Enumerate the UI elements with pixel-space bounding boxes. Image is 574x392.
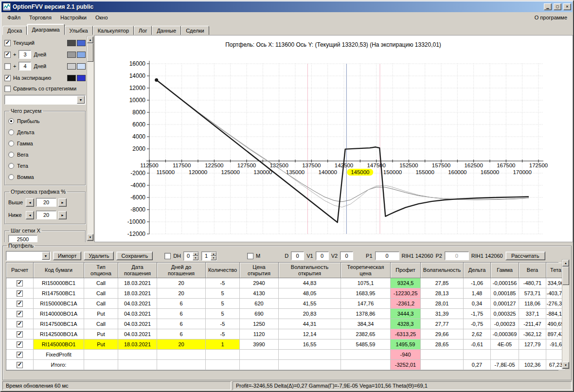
cell-open-volatility[interactable]: 44,83	[279, 278, 341, 288]
cell-days-to-expiry[interactable]: 6	[157, 299, 206, 309]
column-header[interactable]: Волатильность	[421, 263, 464, 278]
cell-quantity[interactable]: -5	[206, 329, 240, 339]
scrollbar-thumb[interactable]	[562, 267, 569, 285]
cell-days-to-expiry[interactable]: 6	[157, 319, 206, 329]
cell-code[interactable]: RI147500BC1A	[34, 319, 84, 329]
radio-icon[interactable]	[8, 129, 14, 135]
cell-delta[interactable]: 1,48	[464, 288, 491, 299]
plus3-days-input[interactable]	[18, 50, 31, 59]
cell-theo-price[interactable]: 1075,1	[341, 278, 391, 288]
cell-expiry-date[interactable]: 04.03.2021	[118, 319, 157, 329]
row-checkbox[interactable]	[17, 341, 23, 348]
tab-diagram[interactable]: Диаграмма	[27, 24, 64, 35]
column-header[interactable]: Вега	[519, 263, 546, 278]
menu-item-about[interactable]: О программе	[531, 13, 571, 22]
m-checkbox[interactable]	[247, 253, 253, 259]
dh-spin-2-value[interactable]	[202, 252, 211, 260]
cell-quantity[interactable]: 5	[206, 299, 240, 309]
import-button[interactable]: Импорт	[53, 251, 81, 260]
chevron-down-icon[interactable]: ▼	[42, 252, 50, 260]
cell-expiry-date[interactable]: 04.03.2021	[118, 329, 157, 339]
row-checkbox[interactable]	[17, 352, 23, 358]
cell-open-price[interactable]: 1250	[240, 319, 279, 329]
cell-volatility[interactable]: 27,77	[421, 319, 464, 329]
cell-quantity[interactable]: -5	[206, 319, 240, 329]
cell-open-volatility[interactable]: 44,31	[279, 319, 341, 329]
cell-type[interactable]: Put	[84, 329, 118, 339]
cell-theo-price[interactable]: 147,76	[341, 299, 391, 309]
column-header[interactable]: Количество	[206, 263, 240, 278]
cell-open-price[interactable]: 4130	[240, 288, 279, 299]
cell-open-price[interactable]: 620	[240, 299, 279, 309]
column-header[interactable]: Цена открытия	[240, 263, 279, 278]
spin-up-icon[interactable]: ▲	[193, 252, 198, 256]
table-scrollbar[interactable]: ▲ ▼	[562, 259, 570, 369]
d-input[interactable]	[291, 251, 304, 260]
cell-days-to-expiry[interactable]	[157, 350, 206, 360]
plus4-color-1[interactable]	[67, 63, 76, 70]
row-calc-cell[interactable]	[6, 309, 34, 319]
scrollbar-track[interactable]	[562, 267, 569, 362]
cell-expiry-date[interactable]: 04.03.2021	[118, 309, 157, 319]
cell-volatility[interactable]: 29,66	[421, 329, 464, 339]
cell-volatility[interactable]: 28,01	[421, 299, 464, 309]
cell-open-volatility[interactable]: 16,55	[279, 339, 341, 350]
row-calc-cell[interactable]	[6, 339, 34, 350]
row-checkbox[interactable]	[17, 362, 23, 368]
chevron-down-icon[interactable]: ▼	[77, 96, 85, 104]
cell-open-price[interactable]: 2940	[240, 278, 279, 288]
cell-vega[interactable]: 127,79	[519, 339, 546, 350]
tab-calculator[interactable]: Калькулятор	[93, 26, 134, 35]
column-header[interactable]: Расчет	[6, 263, 34, 278]
cell-volatility[interactable]: 27,85	[421, 278, 464, 288]
cell-quantity[interactable]: -5	[206, 278, 240, 288]
plus4-checkbox[interactable]	[4, 63, 11, 70]
cell-code[interactable]: RI150000BC1	[34, 278, 84, 288]
decrease-button[interactable]: ◄	[26, 211, 34, 219]
scrollbar-thumb[interactable]	[87, 43, 93, 62]
grid-step-input[interactable]	[8, 235, 37, 242]
scroll-down-icon[interactable]: ▼	[87, 234, 93, 241]
cell-expiry-date[interactable]	[118, 350, 157, 360]
menu-item-window[interactable]: Окно	[91, 13, 112, 22]
cell-delta[interactable]: 0,34	[464, 299, 491, 309]
cell-expiry-date[interactable]: 18.03.2021	[118, 288, 157, 299]
cell-code[interactable]: RI142500BO1A	[34, 329, 84, 339]
cell-gamma[interactable]: 0,000127	[491, 299, 519, 309]
cell-open-price[interactable]	[240, 350, 279, 360]
radio-icon[interactable]	[8, 118, 14, 124]
cell-vega[interactable]: 102,36	[519, 360, 546, 370]
cell-open-volatility[interactable]: 20,83	[279, 309, 341, 319]
cell-vega[interactable]: -480,71	[519, 278, 546, 288]
tab-board[interactable]: Доска	[2, 26, 27, 35]
cell-quantity[interactable]: 1	[206, 339, 240, 350]
cell-profit[interactable]: 1495,59	[391, 339, 421, 350]
cell-profit[interactable]: -3252,01	[391, 360, 421, 370]
cell-type[interactable]: Call	[84, 299, 118, 309]
spin-up-icon[interactable]: ▲	[211, 252, 216, 256]
row-calc-cell[interactable]	[6, 329, 34, 339]
row-calc-cell[interactable]	[6, 350, 34, 360]
cell-code[interactable]: RI145000BO1	[34, 339, 84, 350]
cell-type[interactable]: Put	[84, 339, 118, 350]
current-color-2[interactable]	[77, 40, 86, 46]
cell-profit[interactable]: 4328,3	[391, 319, 421, 329]
cell-volatility[interactable]	[421, 350, 464, 360]
cell-code[interactable]: RI150000BC1A	[34, 299, 84, 309]
cell-open-volatility[interactable]: 41,55	[279, 299, 341, 309]
tab-smile[interactable]: Улыбка	[65, 26, 93, 35]
cell-gamma[interactable]: 0,000185	[491, 288, 519, 299]
cell-delta[interactable]: 2,62	[464, 329, 491, 339]
tab-deals[interactable]: Сделки	[181, 26, 209, 35]
column-header[interactable]: Профит	[391, 263, 421, 278]
cell-gamma[interactable]: -0,000156	[491, 278, 519, 288]
cell-gamma[interactable]	[491, 350, 519, 360]
row-checkbox[interactable]	[17, 290, 23, 297]
column-header[interactable]: Дельта	[464, 263, 491, 278]
plus4-color-2[interactable]	[77, 63, 86, 70]
spin-down-icon[interactable]: ▼	[211, 256, 216, 260]
radio-icon[interactable]	[8, 163, 14, 169]
plus3-color-1[interactable]	[67, 52, 76, 58]
plus4-days-input[interactable]	[18, 62, 31, 71]
p2-input[interactable]	[445, 251, 469, 260]
